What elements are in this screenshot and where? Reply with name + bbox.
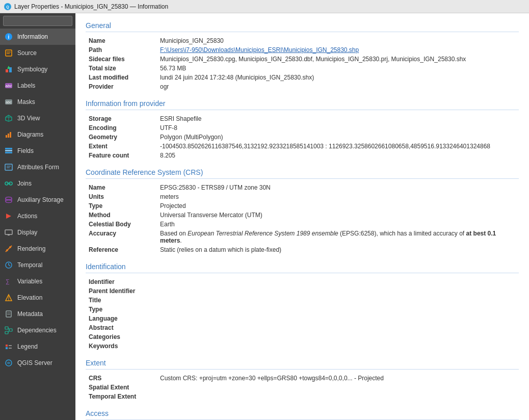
table-row: Units meters (86, 192, 519, 201)
sidebar-item-attributes-form[interactable]: Attributes Form (0, 159, 75, 175)
sidebar-item-diagrams[interactable]: Diagrams (0, 126, 75, 143)
label: Units (86, 192, 157, 201)
sidebar-item-information[interactable]: i Information (0, 29, 75, 45)
sidebar-item-temporal[interactable]: Temporal (0, 257, 75, 273)
sidebar-label-information: Information (17, 33, 48, 40)
sidebar-label-temporal: Temporal (17, 261, 42, 269)
sidebar-item-legend[interactable]: Legend (0, 338, 75, 355)
table-row: Categories (86, 332, 519, 342)
path-link[interactable]: F:\Users\i7-950\Downloads\Municipios_ESR… (160, 46, 359, 54)
value: lundi 24 juin 2024 17:32:48 (Municipios_… (157, 73, 519, 82)
table-row: Parent Identifier (86, 286, 519, 296)
sidebar-item-rendering[interactable]: Rendering (0, 241, 75, 257)
sidebar-item-auxiliary-storage[interactable]: Auxiliary Storage (0, 192, 75, 208)
label: Type (86, 305, 157, 314)
actions-icon (4, 212, 13, 221)
svg-marker-33 (6, 214, 11, 219)
main-layout: i Information Source Symbology abc Label… (0, 13, 529, 420)
table-row: Identifier (86, 277, 519, 286)
search-input[interactable] (3, 16, 72, 26)
label: Provider (86, 82, 157, 91)
fields-icon (4, 146, 13, 155)
svg-text:abc: abc (6, 84, 12, 88)
sidebar-label-actions: Actions (17, 213, 37, 220)
label: Language (86, 314, 157, 323)
svg-rect-45 (6, 311, 11, 317)
svg-rect-20 (5, 148, 12, 149)
variables-icon: ∑ (4, 277, 13, 286)
svg-text:∑: ∑ (6, 278, 10, 285)
sidebar-item-joins[interactable]: Joins (0, 175, 75, 192)
table-row: Reference Static (relies on a datum whic… (86, 245, 519, 254)
sidebar-item-elevation[interactable]: Elevation (0, 290, 75, 306)
svg-rect-23 (5, 164, 12, 170)
auxstorage-icon (4, 195, 13, 204)
extent-title: Extent (86, 359, 519, 370)
attrform-icon (4, 163, 13, 172)
sidebar-label-labels: Labels (17, 82, 35, 89)
sidebar-item-dependencies[interactable]: Dependencies (0, 322, 75, 338)
identification-table: Identifier Parent Identifier Title Type … (86, 277, 519, 351)
sidebar-item-source[interactable]: Source (0, 45, 75, 61)
qgis-icon: Q (4, 3, 11, 10)
sidebar-item-display[interactable]: Display (0, 224, 75, 241)
display-icon (4, 228, 13, 237)
svg-rect-50 (5, 331, 8, 334)
svg-point-32 (6, 200, 12, 203)
label: Path (86, 45, 157, 55)
sidebar-item-masks[interactable]: abc Masks (0, 94, 75, 110)
general-title: General (86, 21, 519, 32)
svg-rect-34 (5, 230, 12, 234)
access-title: Access (86, 409, 519, 420)
svg-rect-21 (5, 150, 12, 151)
table-row: Encoding UTF-8 (86, 123, 519, 133)
search-box[interactable] (0, 13, 75, 29)
table-row: Accuracy Based on European Terrestrial R… (86, 229, 519, 245)
value (157, 286, 519, 296)
table-row: Spatial Extent (86, 383, 519, 392)
label: Identifier (86, 277, 157, 286)
sidebar-item-actions[interactable]: Actions (0, 208, 75, 224)
value: F:\Users\i7-950\Downloads\Municipios_ESR… (157, 45, 519, 55)
table-row: Geometry Polygon (MultiPolygon) (86, 133, 519, 142)
sidebar-label-legend: Legend (17, 343, 38, 350)
table-row: Type Projected (86, 201, 519, 211)
info-provider-title: Information from provider (86, 99, 519, 110)
sidebar-item-symbology[interactable]: Symbology (0, 61, 75, 77)
svg-point-29 (6, 197, 12, 200)
sidebar-label-source: Source (17, 49, 37, 57)
elevation-icon (4, 293, 13, 302)
label: Temporal Extent (86, 392, 157, 401)
label: Last modified (86, 73, 157, 82)
svg-point-37 (6, 249, 8, 251)
sidebar-label-auxiliary-storage: Auxiliary Storage (17, 196, 64, 203)
sidebar-item-variables[interactable]: ∑ Variables (0, 273, 75, 290)
label: Categories (86, 332, 157, 342)
titlebar: Q Layer Properties - Municipios_IGN_2583… (0, 0, 529, 13)
label: Spatial Extent (86, 383, 157, 392)
label: Sidecar files (86, 55, 157, 64)
label: Reference (86, 245, 157, 254)
crs-table: Name EPSG:25830 - ETRS89 / UTM zone 30N … (86, 183, 519, 254)
sidebar-item-qgis-server[interactable]: QGIS Server (0, 355, 75, 371)
svg-point-38 (9, 246, 11, 248)
value: -1004503.8502626116387546,3132192.923321… (157, 142, 519, 151)
italic-text: European Terrestrial Reference System 19… (188, 230, 338, 237)
label: Method (86, 211, 157, 220)
sidebar-item-fields[interactable]: Fields (0, 143, 75, 159)
sidebar-item-labels[interactable]: abc Labels (0, 77, 75, 94)
sidebar-item-metadata[interactable]: Metadata (0, 306, 75, 322)
sidebar-item-3dview[interactable]: 3D View (0, 110, 75, 126)
sidebar-label-variables: Variables (17, 278, 42, 285)
label: Total size (86, 64, 157, 73)
svg-rect-7 (6, 69, 8, 72)
value: meters (157, 192, 519, 201)
sidebar-label-joins: Joins (17, 180, 32, 187)
value (157, 314, 519, 323)
titlebar-text: Layer Properties - Municipios_IGN_25830 … (14, 3, 168, 10)
label: Geometry (86, 133, 157, 142)
sidebar: i Information Source Symbology abc Label… (0, 13, 75, 420)
table-row: CRS Custom CRS: +proj=utm +zone=30 +ellp… (86, 374, 519, 383)
content-area: General Name Municipios_IGN_25830 Path F… (75, 13, 529, 420)
table-row: Provider ogr (86, 82, 519, 91)
